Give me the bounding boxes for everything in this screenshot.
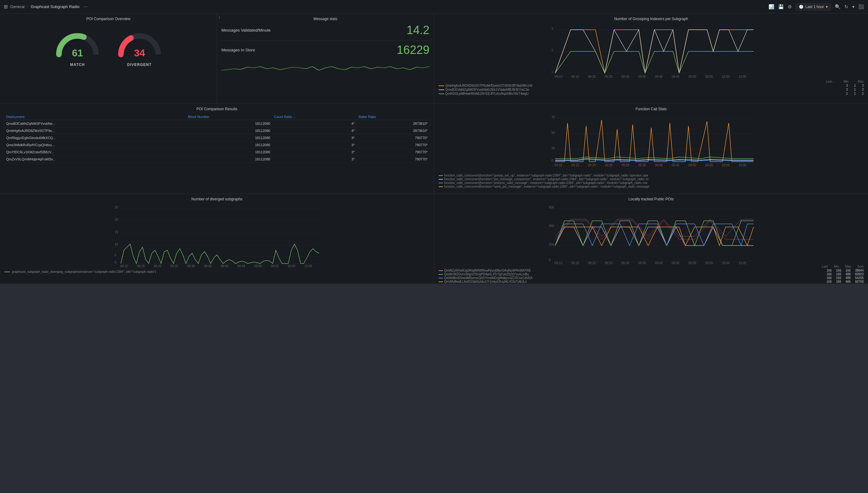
divergent-value: 34 (134, 47, 145, 59)
app-menu-icon[interactable]: ⊞ (4, 4, 8, 9)
svg-text:25: 25 (551, 147, 555, 150)
col-deployment[interactable]: Deployment (4, 114, 186, 120)
legend-min: 1 (854, 84, 856, 87)
chart-icon[interactable]: 📊 (768, 4, 774, 9)
table-row: QmYfDC6Lv1KMZrstxfSB8zV... 18112080 3* 7… (4, 149, 430, 156)
store-sparkline (221, 61, 429, 73)
zoom-out-icon[interactable]: 🔍 (835, 4, 841, 9)
svg-text:10:05: 10:05 (739, 261, 746, 264)
svg-text:09:50: 09:50 (688, 75, 696, 78)
legend-min: 166 (836, 273, 841, 276)
svg-text:2: 2 (551, 49, 553, 52)
svg-text:09:50: 09:50 (254, 264, 262, 268)
svg-text:09:35: 09:35 (638, 261, 646, 264)
public-pois-title: Locally tracked Public POIs (439, 197, 864, 201)
stake-cell: 790770* (357, 149, 430, 156)
legend-color (439, 281, 443, 282)
poi-results-title: POI Comparison Results (4, 107, 430, 111)
svg-text:10:05: 10:05 (739, 164, 746, 167)
validated-row: Messages Validated/Minute 14.2 (221, 24, 429, 37)
legend-color (439, 93, 444, 94)
deployment-cell: QmRbgjyzEgfxGbodu6itfkXCQ... (4, 134, 186, 142)
legend-last: 166 (826, 269, 832, 272)
legend-last: 166 (826, 280, 832, 283)
function-calls-panel: Function Call Stats 75 50 25 0 09:10 09:… (434, 104, 868, 194)
time-range-picker[interactable]: 🕐 Last 1 hour ▾ (795, 3, 831, 10)
message-stats-panel: ℹ Message stats Messages Validated/Minut… (217, 14, 434, 103)
col-last: Last (822, 265, 828, 268)
legend-label: function_calls_concurrent{function="send… (444, 185, 649, 188)
col-stake[interactable]: Stake Ratio (357, 114, 430, 120)
svg-text:09:30: 09:30 (621, 164, 629, 167)
legend-item: QmWZyNVw5Ug3Ktq8WWf9nwPjnru6ByrGAvjNzAPf… (439, 269, 864, 272)
svg-text:0: 0 (551, 159, 553, 162)
svg-text:10:00: 10:00 (722, 164, 729, 167)
svg-text:09:10: 09:10 (554, 164, 562, 167)
legend-max: 3 (862, 84, 864, 87)
legend-color (439, 187, 443, 187)
table-row: QmRbgjyzEgfxGbodu6itfkXCQ... 18112080 3*… (4, 134, 430, 142)
deployment-cell: Qme3h8dkRvRjxfVCcpQHdsu... (4, 142, 186, 149)
svg-text:09:20: 09:20 (588, 164, 596, 167)
legend-color (439, 274, 443, 275)
svg-text:09:40: 09:40 (655, 75, 663, 78)
function-calls-title: Function Call Stats (439, 107, 864, 111)
clock-icon: 🕐 (799, 5, 804, 9)
public-pois-legend: Last Min Max Sum QmWZyNVw5Ug3Ktq8WWf9nwP… (439, 265, 864, 283)
legend-label: function_calls_concurrent{function="goss… (444, 174, 648, 177)
legend-min: 166 (836, 276, 841, 280)
svg-text:5: 5 (115, 254, 117, 257)
count-cell: 3* (272, 134, 357, 142)
share-icon[interactable]: ⋯ (84, 4, 88, 9)
poi-overview-panel: POI Comparison Overview 61 MATCH (0, 14, 217, 103)
topbar: ⊞ General / Graphcast Subgraph Radio ⋯ 📊… (0, 0, 868, 14)
stake-cell: 790770* (357, 156, 430, 163)
diverged-chart: 25 20 15 10 5 0 09:10 09:15 09:20 09:25 … (4, 204, 430, 269)
block-cell: 18112080 (186, 156, 272, 163)
deployment-cell: QmeB3CddhtZqNW3FVvsbNe... (4, 120, 186, 127)
svg-text:09:15: 09:15 (571, 164, 579, 167)
legend-color (439, 183, 443, 183)
legend-min: 1 (854, 88, 856, 91)
breadcrumb-separator: / (27, 4, 28, 9)
block-cell: 18112080 (186, 142, 272, 149)
refresh-icon[interactable]: ↻ (844, 4, 848, 9)
divergent-label: DIVERGENT (127, 63, 152, 67)
legend-label: QmWd8mE5nedM5smvzQhDYmsWEcgiAtdqccdZ2XCs… (444, 276, 532, 280)
svg-text:0: 0 (549, 258, 550, 262)
svg-text:10: 10 (115, 243, 118, 246)
svg-text:3: 3 (551, 27, 553, 30)
legend-min: 166 (836, 280, 841, 283)
table-row: QmZxV9LQmWHqbr4qFuWDv... 18112080 3* 790… (4, 156, 430, 163)
breadcrumb-general[interactable]: General (10, 4, 24, 9)
legend-label: function_calls_concurrent{function="proc… (444, 181, 648, 185)
legend-sum: 38844 (855, 269, 864, 272)
chevron-down-icon[interactable]: ▾ (852, 4, 855, 9)
col-sum: Sum (857, 265, 864, 268)
tv-icon[interactable]: ⬛ (859, 4, 864, 9)
legend-label: QmWfvBwdLL6e65Zddr6zbkcUY1mkyCKxyMLH33zT… (444, 280, 527, 283)
settings-icon[interactable]: ⚙ (788, 4, 792, 9)
svg-text:09:35: 09:35 (638, 75, 646, 78)
legend-item: QmbHg6vAJRD9ZWz5GTP9oMrfDyetnGTr5KWJBYAq… (439, 84, 864, 87)
svg-text:09:30: 09:30 (187, 264, 195, 268)
svg-text:09:10: 09:10 (554, 75, 562, 78)
col-block[interactable]: Block Number (186, 114, 272, 120)
legend-color (439, 85, 444, 86)
legend-min: 166 (836, 269, 841, 272)
svg-text:09:25: 09:25 (605, 75, 612, 78)
svg-text:09:50: 09:50 (688, 261, 696, 264)
match-gauge: 61 MATCH (53, 27, 102, 67)
svg-text:25: 25 (115, 206, 118, 209)
block-cell: 18112080 (186, 149, 272, 156)
svg-text:200: 200 (549, 243, 554, 246)
svg-text:09:55: 09:55 (705, 75, 713, 78)
save-icon[interactable]: 💾 (778, 4, 784, 9)
legend-label: QmWZyNVw5Ug3Ktq8WWf9nwPjnru6ByrGAvjNzAPf… (444, 269, 531, 272)
svg-text:50: 50 (551, 131, 555, 134)
col-count[interactable]: Count Ratio ↓ (272, 114, 357, 120)
legend-last: 2 (846, 92, 848, 95)
diverged-title: Number of diverged subgraphs (4, 197, 430, 201)
legend-max: 486 (846, 280, 851, 283)
deployment-cell: QmZxV9LQmWHqbr4qFuWDv... (4, 156, 186, 163)
